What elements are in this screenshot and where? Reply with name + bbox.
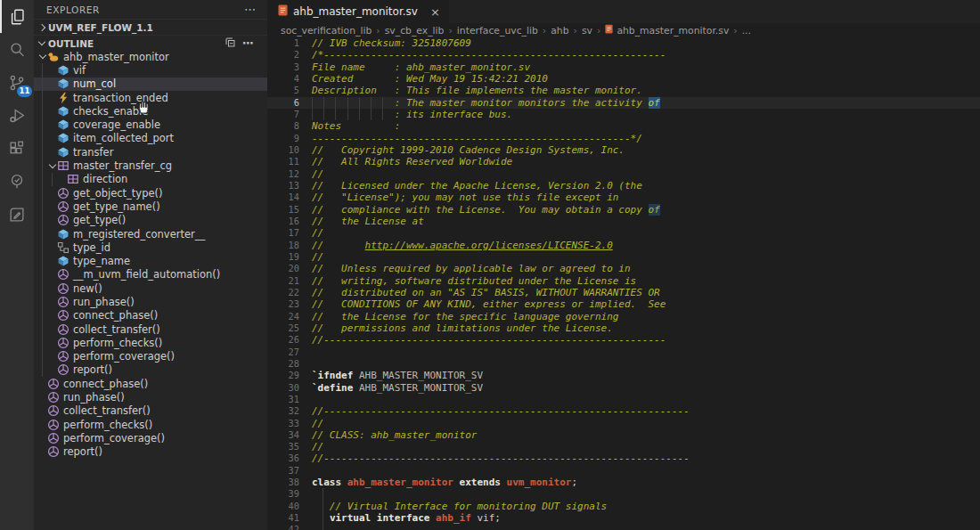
breadcrumb-item[interactable]: sv (582, 25, 592, 37)
code-line-28[interactable]: 28 (267, 358, 980, 370)
line-text: // "License"); you may not use this file… (312, 192, 980, 203)
code-line-3[interactable]: 3File name : ahb_master_monitor.sv (267, 61, 980, 73)
code-line-34[interactable]: 34// CLASS: ahb_master_monitor (267, 429, 980, 441)
collapse-all-icon[interactable] (225, 37, 236, 50)
outline-item-perform_coverage[interactable]: perform_coverage() (34, 350, 267, 363)
code-line-29[interactable]: 29`ifndef AHB_MASTER_MONITOR_SV (267, 370, 980, 381)
outline-item-collect_transfer[interactable]: collect_transfer() (34, 322, 267, 336)
breadcrumb-item[interactable]: sv_cb_ex_lib (385, 25, 445, 37)
outline-item-connect_phase[interactable]: connect_phase() (34, 309, 267, 322)
outline-item-item_collected_port[interactable]: item_collected_port (34, 132, 267, 145)
code-token (453, 477, 460, 488)
breadcrumb-item[interactable]: interface_uvc_lib (457, 25, 538, 37)
code-line-12[interactable]: 12// (267, 168, 980, 180)
code-line-11[interactable]: 11// All Rights Reserved Worldwide (267, 156, 980, 167)
code-line-6[interactable]: 6 : The master monitor monitors the acti… (267, 97, 980, 109)
code-line-33[interactable]: 33// (267, 418, 980, 429)
outline-item-checks_enable[interactable]: checks_enable (34, 104, 267, 118)
close-icon[interactable]: × (430, 5, 440, 19)
outline-item-master_transfer_cg[interactable]: master_transfer_cg (34, 159, 267, 172)
code-line-18[interactable]: 18// http://www.apache.org/licenses/LICE… (267, 240, 980, 251)
breadcrumb-item[interactable]: ... (742, 25, 751, 37)
outline-item-get_type[interactable]: get_type() (34, 214, 267, 227)
code-line-5[interactable]: 5Description : This file implements the … (267, 85, 980, 96)
code-line-40[interactable]: 40 // Virtual Interface for monitoring D… (267, 501, 980, 512)
breadcrumb-item[interactable]: ahb_master_monitor.sv (605, 24, 729, 37)
outline-item-get_object_type[interactable]: get_object_type() (34, 186, 267, 200)
code-line-10[interactable]: 10// Copyright 1999-2010 Cadence Design … (267, 144, 980, 156)
code-line-7[interactable]: 7 : its interface bus. (267, 109, 980, 120)
outline-item-transfer[interactable]: transfer (34, 145, 267, 159)
chevron-down-icon[interactable] (37, 55, 47, 58)
run-debug-tab[interactable] (0, 99, 34, 132)
code-line-21[interactable]: 21// writing, software distributed under… (267, 275, 980, 287)
outline-item-__m_uvm_field_automation[interactable]: __m_uvm_field_automation() (34, 268, 267, 281)
outline-item-report[interactable]: report() (34, 445, 267, 459)
testing-tab[interactable] (0, 165, 34, 198)
outline-item-connect_phase[interactable]: connect_phase() (34, 377, 267, 390)
outline-item-run_phase[interactable]: run_phase() (34, 390, 267, 404)
code-line-31[interactable]: 31 (267, 394, 980, 405)
code-line-38[interactable]: 38class ahb_master_monitor extends uvm_m… (267, 477, 980, 488)
code-line-39[interactable]: 39 (267, 488, 980, 500)
code-line-4[interactable]: 4Created : Wed May 19 15:42:21 2010 (267, 73, 980, 85)
explorer-tab[interactable] (0, 0, 34, 33)
outline-item-perform_coverage[interactable]: perform_coverage() (34, 431, 267, 444)
outline-item-perform_checks[interactable]: perform_checks() (34, 336, 267, 349)
search-tab[interactable] (0, 33, 34, 66)
outline-more-actions[interactable]: ⋯ (242, 37, 255, 50)
code-line-32[interactable]: 32//------------------------------------… (267, 405, 980, 417)
outline-item-new[interactable]: new() (34, 281, 267, 295)
outline-item-get_type_name[interactable]: get_type_name() (34, 200, 267, 213)
outline-item-ahb_master_monitor[interactable]: ahb_master_monitor (34, 50, 267, 63)
outline-item-m_registered_converter__[interactable]: m_registered_converter__ (34, 227, 267, 241)
outline-item-run_phase[interactable]: run_phase() (34, 295, 267, 308)
code-line-1[interactable]: 1// IVB checksum: 3251807609 (267, 37, 980, 49)
code-line-14[interactable]: 14// "License"); you may not use this fi… (267, 192, 980, 203)
code-line-8[interactable]: 8Notes : (267, 120, 980, 132)
code-line-15[interactable]: 15// compliance with the License. You ma… (267, 204, 980, 216)
breadcrumb-separator-icon: › (597, 25, 600, 37)
source-control-tab[interactable]: 11 (0, 66, 34, 99)
code-line-2[interactable]: 2/*-------------------------------------… (267, 49, 980, 61)
code-line-25[interactable]: 25// permissions and limitations under t… (267, 322, 980, 334)
code-line-19[interactable]: 19// (267, 251, 980, 263)
code-line-41[interactable]: 41 virtual interface ahb_if vif; (267, 512, 980, 524)
code-line-42[interactable]: 42 (267, 524, 980, 530)
code-line-16[interactable]: 16// the License at (267, 216, 980, 227)
code-line-9[interactable]: 9---------------------------------------… (267, 133, 980, 144)
code-line-30[interactable]: 30`define AHB_MASTER_MONITOR_SV (267, 382, 980, 394)
chevron-down-icon[interactable] (47, 165, 57, 167)
code-line-37[interactable]: 37 (267, 465, 980, 477)
code-line-35[interactable]: 35// (267, 441, 980, 453)
outline-item-collect_transfer[interactable]: collect_transfer() (34, 404, 267, 418)
code-area[interactable]: 1// IVB checksum: 32518076092/*---------… (267, 37, 980, 530)
outline-item-vif[interactable]: vif (34, 63, 267, 77)
outline-item-type_name[interactable]: type_name (34, 254, 267, 267)
code-line-24[interactable]: 24// the License for the specific langua… (267, 311, 980, 322)
code-line-36[interactable]: 36//------------------------------------… (267, 453, 980, 464)
outline-item-transaction_ended[interactable]: transaction_ended (34, 91, 267, 104)
code-line-26[interactable]: 26//------------------------------------… (267, 334, 980, 346)
extensions-tab[interactable] (0, 132, 34, 165)
section-uvm-ref-flow[interactable]: UVM_REF_FLOW_1.1 (34, 19, 267, 35)
explorer-more-actions[interactable]: ⋯ (244, 3, 257, 16)
tab-ahb-master-monitor[interactable]: ahb_master_monitor.sv × (267, 0, 449, 23)
code-line-27[interactable]: 27 (267, 347, 980, 358)
outline-item-report[interactable]: report() (34, 363, 267, 377)
breadcrumb-item[interactable]: ahb (551, 25, 568, 37)
outline-item-direction[interactable]: direction (34, 173, 267, 186)
breadcrumb-item[interactable]: soc_verification_lib (281, 25, 372, 37)
code-line-23[interactable]: 23// CONDITIONS OF ANY KIND, either expr… (267, 298, 980, 310)
outline-item-type_id[interactable]: type_id (34, 241, 267, 254)
outline-item-coverage_enable[interactable]: coverage_enable (34, 118, 267, 131)
code-line-13[interactable]: 13// Licensed under the Apache License, … (267, 180, 980, 192)
section-outline[interactable]: OUTLINE ⋯ (34, 35, 267, 51)
code-line-20[interactable]: 20// Unless required by applicable law o… (267, 263, 980, 274)
outline-item-perform_checks[interactable]: perform_checks() (34, 418, 267, 431)
outline-item-num_col[interactable]: num_col (34, 77, 267, 91)
code-line-17[interactable]: 17// (267, 227, 980, 239)
notes-tab[interactable] (0, 198, 34, 231)
code-line-22[interactable]: 22// distributed on an "AS IS" BASIS, WI… (267, 287, 980, 298)
covergroup-icon (67, 173, 79, 185)
